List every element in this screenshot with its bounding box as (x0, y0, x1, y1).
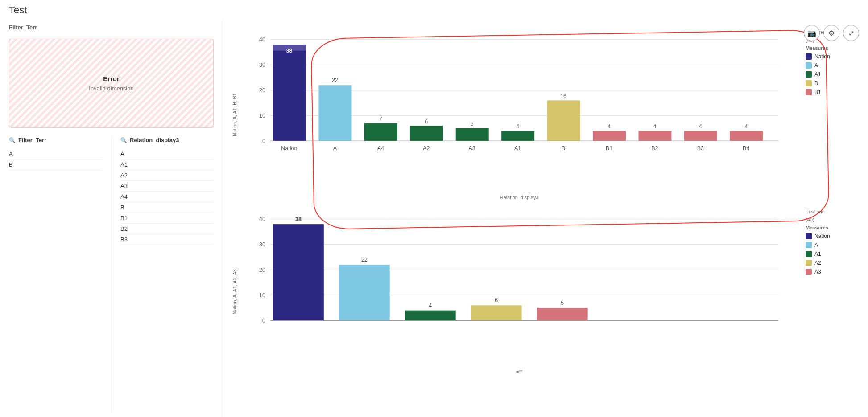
legend1-a1-label: A1 (814, 71, 821, 78)
chart1-wrapper: Nation, A, A1, B, B1 40 30 20 (232, 29, 859, 200)
chart2-inner: 40 30 20 10 0 38 22 (240, 209, 798, 375)
legend1-b1-label: B1 (814, 89, 821, 95)
svg-text:A3: A3 (469, 145, 475, 151)
svg-text:6: 6 (495, 298, 498, 304)
legend2-nation: Nation (806, 233, 859, 239)
error-panel: Error Invalid dimension (9, 39, 214, 128)
svg-text:22: 22 (361, 257, 368, 263)
svg-text:0: 0 (262, 318, 265, 324)
bar2-nation (273, 224, 324, 320)
bar-a3 (456, 128, 489, 141)
main-content: Filter_Terr Error Invalid dimension 🔍 Fi… (0, 20, 868, 417)
svg-text:4: 4 (653, 123, 656, 130)
legend2-measures-title: Measures (806, 225, 859, 230)
list-item[interactable]: B3 (120, 234, 214, 245)
chart1-svg: 40 30 20 10 0 38 22 (240, 29, 798, 192)
svg-text:B2: B2 (651, 145, 658, 151)
legend1-a: A (806, 62, 859, 69)
bar2-a2 (471, 305, 522, 320)
bar2-a (339, 265, 390, 320)
legend2-subtitle: First one (806, 209, 859, 214)
sidebar: Filter_Terr Error Invalid dimension 🔍 Fi… (0, 20, 223, 417)
legend1-b-label: B (814, 80, 818, 86)
filter-terr-label: Filter_Terr (18, 137, 46, 143)
list-item[interactable]: A3 (120, 181, 214, 192)
legend1-b1: B1 (806, 89, 859, 95)
svg-text:B3: B3 (697, 145, 704, 151)
sidebar-filter-label: Filter_Terr (0, 20, 223, 34)
list-item[interactable]: B (9, 159, 102, 170)
app-layout: Test Filter_Terr Error Invalid dimension… (0, 0, 868, 417)
legend2-a-label: A (814, 242, 818, 248)
svg-text:30: 30 (259, 241, 265, 248)
svg-text:4: 4 (744, 123, 748, 130)
search-icon: 🔍 (9, 137, 16, 143)
page-title: Test (9, 4, 859, 16)
list-item[interactable]: A1 (120, 159, 214, 170)
svg-text:30: 30 (259, 62, 265, 68)
svg-text:A2: A2 (423, 145, 430, 151)
bar-b (547, 100, 580, 141)
legend2-nation-color (806, 233, 812, 239)
legend1-a1: A1 (806, 71, 859, 78)
list-item[interactable]: A (120, 149, 214, 159)
settings-button[interactable]: ⚙ (823, 25, 839, 41)
svg-text:6: 6 (425, 119, 428, 125)
svg-text:4: 4 (516, 123, 519, 130)
legend2-a3-label: A3 (814, 269, 821, 275)
list-item[interactable]: B (120, 202, 214, 213)
bar2-a3 (537, 308, 588, 320)
legend2-a-color (806, 242, 812, 248)
list-item[interactable]: B1 (120, 213, 214, 224)
svg-text:B4: B4 (743, 145, 749, 151)
bar-b1 (593, 131, 626, 141)
chart2-wrapper: Nation, A, A1, A2, A3 40 30 2 (232, 209, 859, 375)
legend2-a3-color (806, 269, 812, 275)
chart1-x-label: Relation_display3 (240, 195, 798, 200)
svg-text:4: 4 (699, 123, 702, 130)
svg-text:5: 5 (471, 121, 474, 127)
list-item[interactable]: A2 (120, 170, 214, 181)
legend2-a2-color (806, 260, 812, 266)
svg-text:Nation: Nation (281, 145, 297, 151)
error-description: Invalid dimension (89, 85, 133, 92)
legend2-count: (40) (806, 217, 859, 222)
svg-text:7: 7 (379, 116, 382, 122)
chart2-y-label: Nation, A, A1, A2, A3 (232, 269, 237, 315)
svg-text:4: 4 (608, 123, 611, 130)
relation-display3-header: 🔍 Relation_display3 (120, 137, 214, 147)
filter-terr-header: 🔍 Filter_Terr (9, 137, 102, 147)
legend2-a2: A2 (806, 260, 859, 266)
svg-text:40: 40 (259, 217, 265, 223)
svg-text:B1: B1 (606, 145, 612, 151)
legend2-a1-label: A1 (814, 251, 821, 257)
legend2-a3: A3 (806, 269, 859, 275)
list-item[interactable]: A4 (120, 192, 214, 202)
legend1-nation-color (806, 53, 812, 60)
expand-button[interactable]: ⤢ (843, 25, 859, 41)
svg-text:10: 10 (259, 292, 265, 298)
filter-section: 🔍 Filter_Terr A B 🔍 Relation_display3 A … (0, 132, 223, 417)
svg-text:4: 4 (429, 303, 432, 309)
bar-a1 (501, 131, 534, 141)
legend1-a-label: A (814, 62, 818, 69)
legend2-nation-label: Nation (814, 233, 830, 239)
svg-text:22: 22 (332, 77, 338, 83)
chart-area: 📷 ⚙ ⤢ Nation, A, A1, B, B1 (223, 20, 868, 417)
charts-container: Nation, A, A1, B, B1 40 30 20 (232, 29, 859, 375)
legend1-nation-label: Nation (814, 53, 830, 60)
chart2-svg: 40 30 20 10 0 38 22 (240, 209, 798, 366)
bar2-a1 (405, 311, 456, 321)
svg-text:A1: A1 (514, 145, 521, 151)
svg-text:38: 38 (295, 217, 302, 223)
legend2-a1: A1 (806, 251, 859, 257)
legend2-a2-label: A2 (814, 260, 821, 266)
legend1-b: B (806, 80, 859, 86)
chart2-x-label: ="" (240, 369, 798, 375)
svg-text:38: 38 (286, 48, 292, 54)
list-item[interactable]: B2 (120, 224, 214, 234)
svg-text:B: B (562, 145, 565, 151)
camera-button[interactable]: 📷 (804, 25, 820, 41)
header: Test (0, 0, 868, 20)
list-item[interactable]: A (9, 149, 102, 159)
